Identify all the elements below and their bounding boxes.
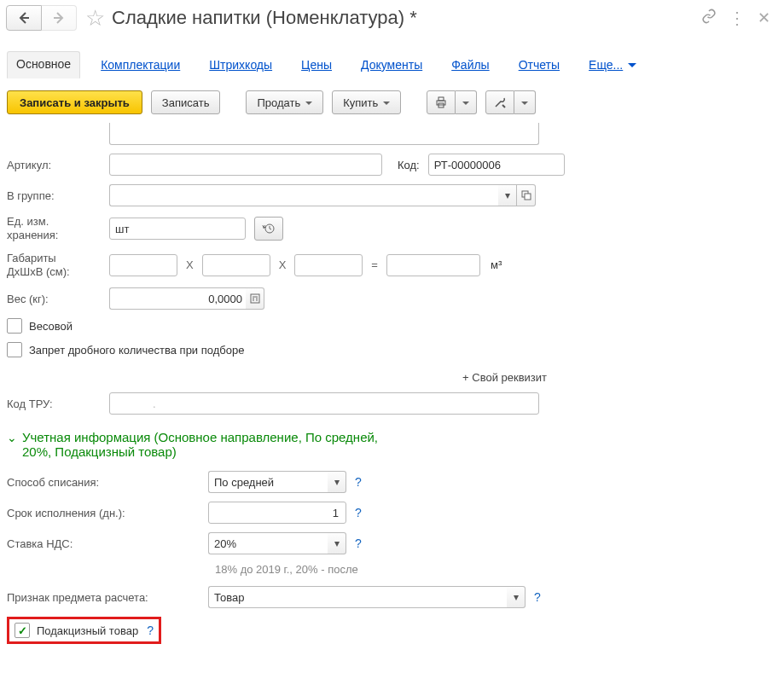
tab-kits[interactable]: Комплектации: [92, 53, 189, 78]
help-icon[interactable]: ?: [355, 475, 362, 489]
svg-rect-7: [525, 194, 531, 200]
no-fraction-label: Запрет дробного количества при подборе: [29, 344, 244, 357]
name-input[interactable]: [109, 123, 539, 145]
group-label: В группе:: [7, 189, 109, 202]
nav-back-button[interactable]: [6, 5, 42, 31]
chevron-down-icon: [462, 102, 469, 108]
weight-calc-button[interactable]: [246, 287, 264, 310]
kebab-icon[interactable]: ⋮: [729, 8, 746, 28]
uom-label: Ед. изм.хранения:: [7, 215, 109, 243]
code-label: Код:: [398, 159, 420, 171]
dim-length-input[interactable]: [109, 254, 177, 276]
chevron-down-icon: [521, 102, 528, 108]
save-close-button[interactable]: Записать и закрыть: [7, 90, 142, 114]
uom-history-button[interactable]: [254, 217, 283, 241]
chevron-down-icon: [383, 102, 390, 108]
duration-input[interactable]: 1: [208, 502, 346, 524]
tools-dropdown-button[interactable]: [514, 90, 536, 114]
buy-button[interactable]: Купить: [332, 90, 401, 114]
tru-input[interactable]: .: [109, 392, 539, 415]
chevron-down-icon: [305, 102, 312, 108]
sku-label: Артикул:: [7, 159, 109, 171]
weighted-checkbox[interactable]: [7, 318, 22, 334]
favorite-icon[interactable]: ☆: [85, 7, 105, 29]
dim-volume-input[interactable]: [386, 254, 480, 276]
writeoff-label: Способ списания:: [7, 476, 208, 489]
svg-rect-3: [438, 97, 444, 101]
tab-barcodes[interactable]: Штрихкоды: [200, 53, 281, 78]
tru-label: Код ТРУ:: [7, 397, 109, 410]
vat-dropdown-button[interactable]: ▾: [328, 532, 346, 554]
accounting-section-toggle[interactable]: ⌄ Учетная информация (Основное направлен…: [7, 423, 777, 471]
volume-unit: м³: [491, 258, 502, 271]
excise-label: Подакцизный товар: [37, 624, 138, 637]
tab-bar: Основное Комплектации Штрихкоды Цены Док…: [0, 36, 784, 78]
link-icon[interactable]: [701, 9, 717, 28]
vat-label: Ставка НДС:: [7, 537, 208, 550]
writeoff-select[interactable]: По средней: [208, 471, 328, 493]
tab-more[interactable]: Еще...: [580, 53, 645, 78]
excise-checkbox[interactable]: ✓: [15, 623, 30, 638]
add-property-link[interactable]: + Свой реквизит: [7, 366, 777, 392]
help-icon[interactable]: ?: [534, 590, 541, 604]
writeoff-dropdown-button[interactable]: ▾: [328, 471, 346, 493]
weight-label: Вес (кг):: [7, 293, 109, 305]
weighted-label: Весовой: [29, 320, 73, 333]
subject-label: Признак предмета расчета:: [7, 591, 208, 604]
tab-prices[interactable]: Цены: [293, 53, 340, 78]
save-button[interactable]: Записать: [151, 90, 221, 114]
sell-button[interactable]: Продать: [246, 90, 323, 114]
help-icon[interactable]: ?: [147, 624, 154, 637]
print-dropdown-button[interactable]: [456, 90, 477, 114]
tab-files[interactable]: Файлы: [443, 53, 497, 78]
help-icon[interactable]: ?: [355, 537, 362, 550]
svg-line-5: [502, 105, 505, 107]
vat-select[interactable]: 20%: [208, 532, 328, 554]
chevron-down-icon: ⌄: [7, 430, 17, 447]
weight-input[interactable]: 0,0000: [109, 287, 246, 310]
uom-field[interactable]: шт: [109, 218, 246, 240]
dim-width-input[interactable]: [202, 254, 270, 276]
duration-label: Срок исполнения (дн.):: [7, 507, 208, 519]
dim-height-input[interactable]: [294, 254, 363, 276]
page-title: Сладкие напитки (Номенклатура) *: [112, 7, 701, 29]
tab-reports[interactable]: Отчеты: [510, 53, 568, 78]
group-dropdown-button[interactable]: ▾: [498, 184, 517, 206]
nav-forward-button[interactable]: [42, 5, 77, 31]
dims-label: ГабаритыДхШхВ (см):: [7, 252, 109, 280]
tools-button[interactable]: [485, 90, 514, 114]
excise-highlight: ✓ Подакцизный товар ?: [7, 617, 161, 644]
print-button[interactable]: [427, 90, 456, 114]
help-icon[interactable]: ?: [355, 506, 362, 519]
svg-rect-9: [251, 294, 259, 303]
group-input[interactable]: [109, 184, 498, 206]
tab-docs[interactable]: Документы: [352, 53, 431, 78]
subject-dropdown-button[interactable]: ▾: [507, 586, 526, 608]
code-field[interactable]: РТ-00000006: [428, 154, 565, 176]
no-fraction-checkbox[interactable]: [7, 342, 22, 357]
tab-main[interactable]: Основное: [7, 51, 80, 78]
subject-select[interactable]: Товар: [208, 586, 507, 608]
vat-hint: 18% до 2019 г., 20% - после: [7, 563, 777, 576]
close-icon[interactable]: ✕: [758, 9, 770, 27]
sku-input[interactable]: [109, 154, 382, 176]
group-open-button[interactable]: [517, 184, 536, 206]
toolbar: Записать и закрыть Записать Продать Купи…: [0, 78, 784, 119]
